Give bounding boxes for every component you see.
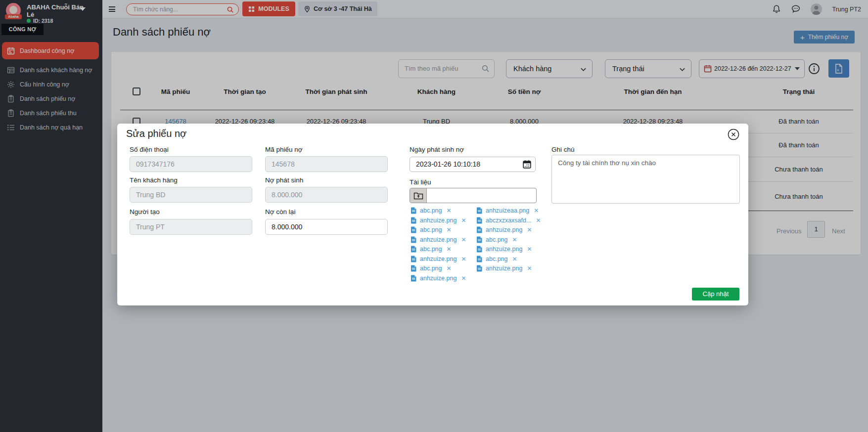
file-name[interactable]: abc.png [486, 236, 507, 243]
date-label: Ngày phát sinh nợ [410, 146, 464, 153]
close-icon[interactable] [727, 128, 740, 141]
file-name[interactable]: anhzuize.png [420, 236, 457, 243]
file-chip: anhzuize.png✕ [411, 255, 466, 263]
remove-file-icon[interactable]: ✕ [461, 236, 466, 243]
file-icon [476, 217, 483, 224]
file-icon [411, 217, 417, 224]
remove-file-icon[interactable]: ✕ [461, 217, 466, 224]
code-label: Mã phiếu nợ [265, 146, 303, 153]
remove-file-icon[interactable]: ✕ [536, 217, 541, 224]
file-name[interactable]: anhzuize.png [486, 246, 522, 253]
file-chip: anhzuize.png✕ [476, 245, 532, 253]
note-field[interactable]: Công ty tài chính thơ nụ xin chào [551, 155, 740, 204]
file-name[interactable]: abc.png [486, 256, 507, 262]
calendar-icon [522, 160, 532, 169]
file-icon [476, 256, 483, 262]
remove-file-icon[interactable]: ✕ [512, 256, 517, 262]
file-chip: abc.png✕ [476, 236, 517, 244]
file-chip: abczxzxaxsafd...✕ [476, 216, 541, 224]
file-icon [476, 236, 483, 243]
file-icon [411, 265, 417, 272]
file-upload-field[interactable] [410, 188, 537, 203]
file-icon [476, 226, 483, 233]
file-chip: abc.png✕ [411, 264, 452, 272]
remove-file-icon[interactable]: ✕ [534, 207, 539, 214]
modal-title: Sửa phiếu nợ [126, 128, 186, 139]
app: Abaha ABAHA Chuỗi Bán Lẻ ID: 2318 CÔNG N… [0, 0, 868, 432]
file-name[interactable]: anhzuize.png [420, 275, 457, 282]
file-name[interactable]: abc.png [420, 226, 442, 233]
creator-field: Trung PT [130, 219, 252, 235]
file-icon [476, 246, 483, 253]
file-chip: abc.png✕ [411, 207, 452, 215]
debt-remaining-label: Nợ còn lại [265, 208, 295, 216]
debt-incurred-field: 8.000.000 [265, 187, 388, 203]
file-chip: anhzuize.png✕ [476, 264, 532, 272]
file-name[interactable]: anhzuizeaa.png [486, 207, 529, 214]
creator-label: Người tạo [130, 208, 160, 216]
note-label: Ghi chú [551, 146, 575, 153]
file-icon [476, 265, 483, 272]
file-icon [476, 207, 483, 214]
date-field[interactable]: 2023-01-26 10:10:18 [410, 157, 536, 172]
file-chip: anhzuizeaa.png✕ [476, 207, 539, 215]
edit-debt-modal: Sửa phiếu nợ Số điện thoại 0917347176 Mã… [117, 124, 748, 305]
file-name[interactable]: anhzuize.png [420, 217, 457, 224]
file-icon [411, 236, 417, 243]
debt-incurred-label: Nợ phát sinh [265, 176, 303, 184]
file-name[interactable]: anhzuize.png [420, 256, 457, 262]
file-chip: anhzuize.png✕ [476, 226, 532, 234]
update-button[interactable]: Cập nhật [692, 288, 739, 301]
file-icon [411, 246, 417, 253]
file-chip: anhzuize.png✕ [411, 216, 466, 224]
file-name[interactable]: anhzuize.png [486, 265, 522, 272]
file-name[interactable]: anhzuize.png [486, 226, 522, 233]
file-name[interactable]: abczxzxaxsafd... [486, 217, 531, 224]
debt-remaining-field[interactable]: 8.000.000 [265, 219, 388, 235]
file-icon [411, 207, 417, 214]
remove-file-icon[interactable]: ✕ [527, 246, 532, 253]
customer-field: Trung BD [130, 187, 252, 203]
remove-file-icon[interactable]: ✕ [446, 265, 451, 272]
file-name[interactable]: abc.png [420, 246, 442, 253]
file-icon [411, 275, 417, 282]
remove-file-icon[interactable]: ✕ [446, 207, 451, 214]
remove-file-icon[interactable]: ✕ [527, 226, 532, 233]
file-name[interactable]: abc.png [420, 207, 442, 214]
file-chip: abc.png✕ [476, 255, 517, 263]
remove-file-icon[interactable]: ✕ [461, 256, 466, 262]
file-chip: abc.png✕ [411, 245, 452, 253]
file-chip: anhzuize.png✕ [411, 236, 466, 244]
customer-label: Tên khách hàng [130, 176, 178, 184]
documents-label: Tài liệu [410, 178, 431, 186]
code-field: 145678 [265, 156, 388, 172]
remove-file-icon[interactable]: ✕ [512, 236, 517, 243]
file-chip: abc.png✕ [411, 226, 452, 234]
remove-file-icon[interactable]: ✕ [446, 246, 451, 253]
remove-file-icon[interactable]: ✕ [446, 226, 451, 233]
file-icon [411, 256, 417, 262]
file-icon [411, 226, 417, 233]
remove-file-icon[interactable]: ✕ [461, 275, 466, 282]
file-name[interactable]: abc.png [420, 265, 442, 272]
folder-upload-icon[interactable] [410, 188, 427, 203]
phone-label: Số điện thoại [130, 146, 169, 153]
remove-file-icon[interactable]: ✕ [527, 265, 532, 272]
phone-field: 0917347176 [130, 156, 252, 172]
file-chip: anhzuize.png✕ [411, 274, 466, 282]
